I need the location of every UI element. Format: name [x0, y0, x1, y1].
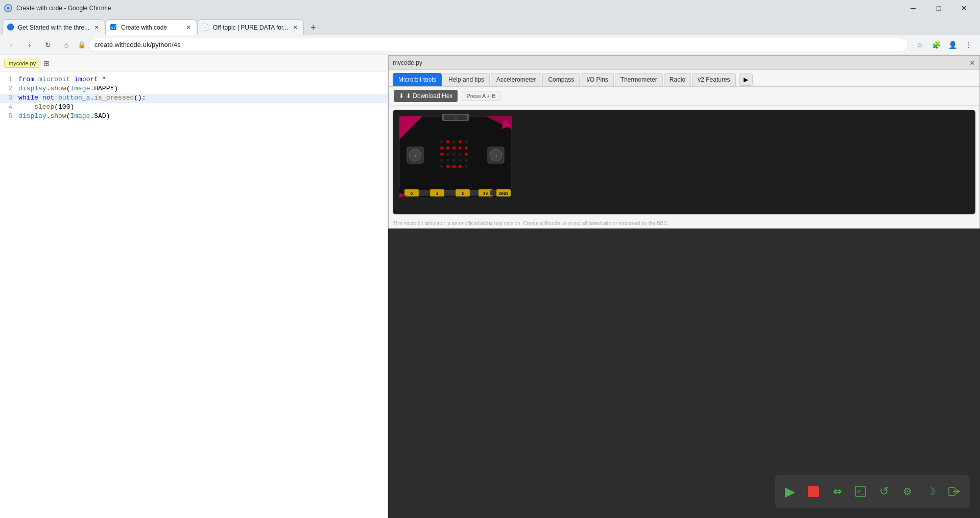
code-area[interactable]: 1 from microbit import * 2 display.show(… [0, 71, 388, 518]
minimize-button[interactable]: ─ [901, 0, 925, 16]
stop-icon [808, 486, 819, 497]
code-line-5: 5 display.show(Image.SAD) [0, 112, 388, 121]
line-num-5: 5 [0, 113, 16, 120]
more-tabs-button[interactable]: ▶ [739, 73, 753, 86]
line-num-1: 1 [0, 76, 16, 83]
tab-bar: 🔵 Get Started with the thre... ✕ </> Cre… [0, 16, 980, 35]
svg-point-32 [446, 165, 449, 168]
svg-point-35 [465, 165, 468, 168]
code-line-3: 3 while not button_a.is_pressed(): [0, 94, 388, 103]
tab1-close[interactable]: ✕ [92, 23, 101, 32]
svg-point-30 [465, 159, 468, 162]
settings-button[interactable]: ⚙ [898, 482, 917, 501]
svg-text:3V: 3V [483, 191, 488, 196]
bookmark-button[interactable]: ☆ [913, 38, 927, 52]
menu-button[interactable]: ⋮ [962, 38, 976, 52]
svg-text:1: 1 [436, 191, 439, 196]
svg-point-11 [440, 140, 443, 143]
line-content-4: sleep(100) [16, 103, 74, 111]
maximize-button[interactable]: □ [927, 0, 950, 16]
expand-button[interactable]: ⇔ [828, 482, 846, 501]
svg-point-34 [459, 165, 462, 168]
code-line-2: 2 display.show(Image.HAPPY) [0, 85, 388, 94]
exit-icon [948, 485, 961, 498]
svg-point-29 [459, 159, 462, 162]
exit-button[interactable] [945, 482, 964, 501]
expand-icon: ⇔ [833, 485, 842, 498]
editor-header: mycode.py ⊞ [0, 55, 388, 71]
svg-point-14 [459, 140, 462, 143]
tab2-favicon: </> [110, 23, 118, 32]
svg-text:</>: </> [111, 25, 117, 30]
svg-point-27 [446, 159, 449, 162]
microbit-svg[interactable]: ⬭ [397, 114, 514, 208]
title-bar-controls: ─ □ ✕ [901, 0, 976, 16]
svg-point-28 [452, 159, 456, 162]
tab-radio[interactable]: Radio [664, 73, 691, 86]
chrome-icon [4, 4, 12, 12]
simulator-window: mycode.py ✕ Micro:bit tools Help and tip… [388, 55, 980, 229]
stop-button[interactable] [804, 482, 823, 501]
terminal-button[interactable]: >_ [851, 482, 870, 501]
svg-rect-55 [470, 190, 479, 195]
bottom-toolbar: ▶ ⇔ >_ [775, 475, 970, 508]
tab-v2-features[interactable]: v2 Features [692, 73, 735, 86]
svg-point-13 [452, 140, 456, 143]
tab-thermometer[interactable]: Thermometer [615, 73, 663, 86]
extensions-button[interactable]: 🧩 [929, 38, 943, 52]
svg-point-19 [459, 146, 462, 150]
forward-button[interactable]: › [22, 38, 37, 52]
tab-create-with-code[interactable]: </> Create with code ✕ [105, 19, 197, 35]
tab-help-tips[interactable]: Help and tips [443, 73, 490, 86]
editor-panel: mycode.py ⊞ 1 from microbit import * 2 d… [0, 55, 388, 518]
tab1-favicon: 🔵 [7, 23, 15, 32]
tab-microbit-tools[interactable]: Micro:bit tools [393, 73, 442, 86]
svg-point-18 [452, 146, 456, 150]
sim-toolbar: ⬇ ⬇ Download Hex Press A + B [389, 87, 979, 106]
svg-point-26 [440, 159, 443, 162]
code-line-4: 4 sleep(100) [0, 103, 388, 112]
tab-compass[interactable]: Compass [542, 73, 580, 86]
address-input[interactable] [88, 38, 909, 52]
tab3-favicon: 📄 [202, 23, 210, 32]
close-window-button[interactable]: ✕ [952, 0, 976, 16]
svg-point-25 [465, 153, 468, 156]
svg-point-21 [440, 153, 443, 156]
tab-accelerometer[interactable]: Accelerometer [491, 73, 541, 86]
svg-point-15 [465, 140, 468, 143]
sim-window-close-button[interactable]: ✕ [969, 59, 975, 67]
line-num-2: 2 [0, 85, 16, 92]
download-icon: ⬇ [399, 92, 404, 100]
redo-button[interactable]: ↺ [875, 482, 893, 501]
download-hex-label: ⬇ Download Hex [406, 92, 452, 100]
home-button[interactable]: ⌂ [59, 38, 74, 52]
download-hex-button[interactable]: ⬇ ⬇ Download Hex [394, 90, 458, 102]
tab3-label: Off topic | PURE DATA for... [213, 24, 288, 31]
theme-button[interactable]: ☽ [922, 482, 940, 501]
svg-rect-53 [419, 190, 430, 195]
new-tab-button[interactable]: + [306, 20, 320, 35]
play-button[interactable]: ▶ [781, 482, 799, 501]
back-button[interactable]: ‹ [4, 38, 18, 52]
tab2-close[interactable]: ✕ [184, 23, 193, 32]
tab-off-topic[interactable]: 📄 Off topic | PURE DATA for... ✕ [197, 19, 304, 35]
line-content-2: display.show(Image.HAPPY) [16, 85, 118, 92]
tab-io-pins[interactable]: I/O Pins [581, 73, 614, 86]
svg-text:A: A [414, 154, 417, 158]
svg-text:0: 0 [411, 191, 413, 196]
address-bar: ‹ › ↻ ⌂ 🔒 ☆ 🧩 👤 ⋮ [0, 35, 980, 55]
reload-button[interactable]: ↻ [41, 38, 55, 52]
toolbar-icons: ☆ 🧩 👤 ⋮ [913, 38, 976, 52]
file-tab[interactable]: mycode.py [4, 59, 40, 68]
svg-point-24 [459, 153, 462, 156]
svg-point-20 [465, 146, 468, 150]
svg-point-16 [440, 146, 443, 150]
tab-get-started[interactable]: 🔵 Get Started with the thre... ✕ [2, 19, 105, 35]
svg-rect-56 [490, 190, 496, 195]
svg-point-1 [7, 7, 10, 10]
profile-button[interactable]: 👤 [945, 38, 960, 52]
add-file-icon[interactable]: ⊞ [43, 59, 50, 67]
line-content-3: while not button_a.is_pressed(): [16, 94, 146, 102]
tab3-close[interactable]: ✕ [291, 23, 299, 32]
disclaimer-text: This micro:bit simulator is an unofficia… [389, 218, 979, 228]
